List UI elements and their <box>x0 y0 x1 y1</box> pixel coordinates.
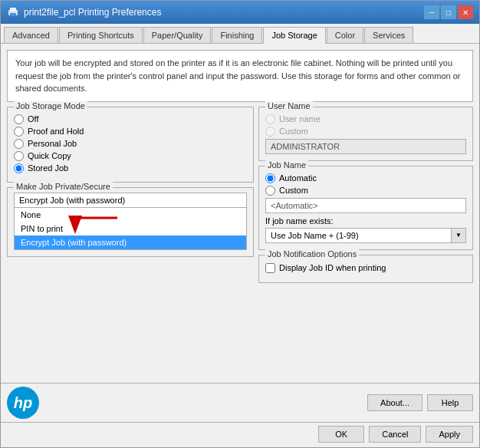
tab-color[interactable]: Color <box>327 27 363 43</box>
radio-proof-hold-input[interactable] <box>14 127 24 137</box>
tab-advanced[interactable]: Advanced <box>4 27 58 43</box>
radio-username-label: User name <box>279 114 321 124</box>
dropdown-item-encrypt[interactable]: Encrypt Job (with password) <box>15 236 246 249</box>
radio-proof-hold-label: Proof and Hold <box>28 127 84 136</box>
display-job-id-checkbox-item: Display Job ID when printing <box>265 263 466 273</box>
footer-row1: hp About... Help <box>1 383 479 422</box>
radio-off-label: Off <box>28 114 38 124</box>
ok-button[interactable]: OK <box>318 426 364 443</box>
tab-paper-quality[interactable]: Paper/Quality <box>143 27 212 43</box>
if-exists-dropdown-container: Use Job Name + (1-99) ▼ <box>265 228 466 243</box>
radio-proof-hold: Proof and Hold <box>14 127 247 137</box>
radio-off-input[interactable] <box>14 114 24 124</box>
radio-custom-jobname-input[interactable] <box>265 186 275 196</box>
display-job-id-checkbox[interactable] <box>265 263 275 273</box>
title-bar-left: print2file_pcl Printing Preferences <box>7 6 161 18</box>
close-button[interactable]: ✕ <box>458 5 473 19</box>
svg-rect-2 <box>10 13 16 16</box>
job-storage-mode-title: Job Storage Mode <box>14 101 87 110</box>
radio-custom-username: Custom <box>265 127 466 137</box>
printer-icon <box>7 6 19 18</box>
radio-quick-copy: Quick Copy <box>14 151 247 161</box>
window-title: print2file_pcl Printing Preferences <box>24 7 161 18</box>
cancel-button[interactable]: Cancel <box>369 426 421 443</box>
radio-custom-username-input <box>265 127 275 137</box>
radio-automatic-input[interactable] <box>265 173 275 183</box>
radio-automatic-label: Automatic <box>279 173 317 183</box>
job-notification-title: Job Notification Options <box>265 249 359 259</box>
jobname-input[interactable] <box>265 198 466 213</box>
tab-bar: Advanced Printing Shortcuts Paper/Qualit… <box>1 24 479 44</box>
radio-personal-job: Personal Job <box>14 139 247 149</box>
user-name-group: User Name User name Custom <box>258 107 473 161</box>
encrypt-dropdown-container: None PIN to print Encrypt Job (with pass… <box>14 193 247 208</box>
left-panel: Job Storage Mode Off Proof and Hold Pers… <box>7 107 254 377</box>
radio-stored-job-label: Stored Job <box>28 163 68 173</box>
radio-custom-jobname-label: Custom <box>279 186 308 195</box>
svg-rect-1 <box>10 8 16 11</box>
apply-button[interactable]: Apply <box>426 426 473 443</box>
minimize-button[interactable]: ─ <box>424 5 439 19</box>
radio-username: User name <box>265 114 466 124</box>
info-box: Your job will be encrypted and stored on… <box>7 50 473 102</box>
footer-row2: OK Cancel Apply <box>1 422 479 447</box>
tab-services[interactable]: Services <box>364 27 413 43</box>
radio-personal-job-input[interactable] <box>14 139 24 149</box>
main-area: Job Storage Mode Off Proof and Hold Pers… <box>7 107 473 377</box>
main-window: print2file_pcl Printing Preferences ─ □ … <box>0 0 480 448</box>
hp-logo: hp <box>7 387 39 419</box>
encrypt-dropdown[interactable]: None PIN to print Encrypt Job (with pass… <box>14 193 247 208</box>
radio-quick-copy-input[interactable] <box>14 151 24 161</box>
radio-stored-job: Stored Job <box>14 163 247 173</box>
maximize-button[interactable]: □ <box>441 5 456 19</box>
if-exists-label: If job name exists: <box>265 216 466 226</box>
info-text: Your job will be encrypted and stored on… <box>15 58 461 93</box>
job-name-title: Job Name <box>265 160 308 170</box>
make-private-group: Make Job Private/Secure None PIN to prin… <box>7 187 254 257</box>
tab-job-storage[interactable]: Job Storage <box>263 27 325 44</box>
job-name-group: Job Name Automatic Custom If job name ex… <box>258 166 473 250</box>
dropdown-item-none[interactable]: None <box>15 208 246 222</box>
help-button[interactable]: Help <box>427 394 473 411</box>
title-bar-buttons: ─ □ ✕ <box>424 5 473 19</box>
username-input[interactable] <box>265 139 466 154</box>
job-storage-mode-group: Job Storage Mode Off Proof and Hold Pers… <box>7 107 254 183</box>
radio-personal-job-label: Personal Job <box>28 139 77 148</box>
radio-custom-jobname: Custom <box>265 186 466 196</box>
if-exists-dropdown[interactable]: Use Job Name + (1-99) <box>265 228 466 243</box>
title-bar: print2file_pcl Printing Preferences ─ □ … <box>1 1 479 24</box>
radio-stored-job-input[interactable] <box>14 163 24 173</box>
right-panel: User Name User name Custom Job Name <box>258 107 473 377</box>
tab-finishing[interactable]: Finishing <box>212 27 262 43</box>
footer-about-help: About... Help <box>367 394 473 411</box>
about-button[interactable]: About... <box>367 394 422 411</box>
radio-username-input <box>265 114 275 124</box>
dropdown-item-pin[interactable]: PIN to print <box>15 222 246 236</box>
display-job-id-label: Display Job ID when printing <box>279 263 386 272</box>
user-name-title: User Name <box>265 101 313 110</box>
radio-off: Off <box>14 114 247 124</box>
radio-quick-copy-label: Quick Copy <box>28 151 71 160</box>
tab-content: Your job will be encrypted and stored on… <box>1 44 479 383</box>
radio-custom-username-label: Custom <box>279 127 308 136</box>
make-private-title: Make Job Private/Secure <box>14 182 113 191</box>
job-notification-group: Job Notification Options Display Job ID … <box>258 255 473 283</box>
radio-automatic: Automatic <box>265 173 466 183</box>
tab-printing-shortcuts[interactable]: Printing Shortcuts <box>59 27 143 43</box>
dropdown-open-list: None PIN to print Encrypt Job (with pass… <box>14 208 247 250</box>
